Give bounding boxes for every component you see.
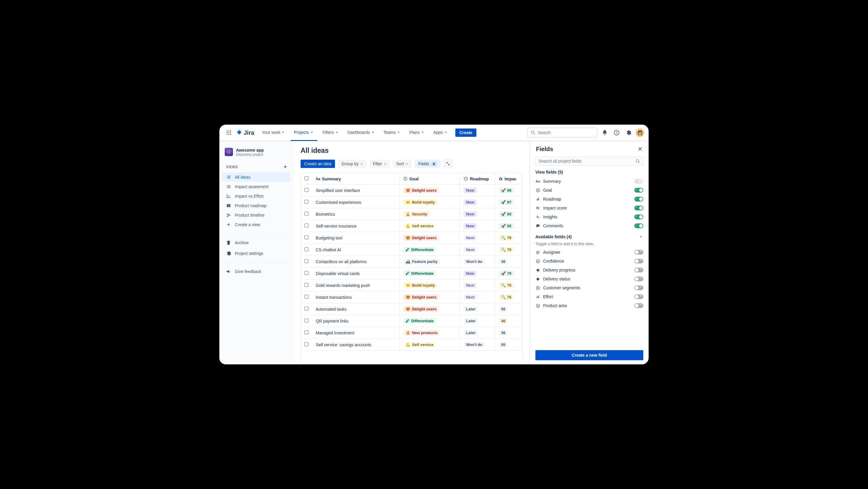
impact-chip[interactable]: 55 xyxy=(499,342,507,347)
table-row[interactable]: Automated tasks Delight users Later 56 xyxy=(301,303,522,315)
summary-cell[interactable]: Biometrics xyxy=(312,208,399,220)
row-checkbox[interactable] xyxy=(305,283,309,287)
fields-search-input[interactable] xyxy=(539,159,633,164)
summary-cell[interactable]: Simplified user interface xyxy=(312,184,399,196)
row-checkbox[interactable] xyxy=(305,224,309,228)
field-toggle[interactable] xyxy=(634,179,643,184)
nav-item-teams[interactable]: Teams xyxy=(381,125,404,141)
table-row[interactable]: Simplified user interface Delight users … xyxy=(301,184,522,196)
summary-cell[interactable]: Automated tasks xyxy=(312,303,399,315)
goal-chip[interactable]: Build loyalty xyxy=(403,199,437,205)
fields-button[interactable]: Fields6 xyxy=(415,160,440,168)
field-toggle[interactable] xyxy=(634,259,643,263)
impact-chip[interactable]: 79 xyxy=(499,270,513,276)
field-toggle[interactable] xyxy=(634,214,643,219)
table-row[interactable]: CS chatbot AI Differentiate Next 70 xyxy=(301,244,522,256)
summary-cell[interactable]: Instant transactions xyxy=(312,291,399,303)
sidebar-view-product-roadmap[interactable]: Product roadmap xyxy=(222,201,290,210)
row-checkbox[interactable] xyxy=(305,235,309,239)
row-checkbox[interactable] xyxy=(305,330,309,335)
field-toggle[interactable] xyxy=(634,268,643,272)
goal-chip[interactable]: Build loyalty xyxy=(403,283,437,288)
row-checkbox[interactable] xyxy=(305,200,309,204)
roadmap-chip[interactable]: Later xyxy=(464,318,478,324)
summary-cell[interactable]: Self service: savings accounts xyxy=(312,339,399,351)
impact-chip[interactable]: 80 xyxy=(499,211,513,217)
sidebar-view-impact-assesment[interactable]: Impact assesment xyxy=(222,182,290,192)
col-roadmap[interactable]: Roadmap xyxy=(470,177,489,181)
roadmap-chip[interactable]: Now xyxy=(464,211,476,217)
sidebar-archive[interactable]: Archive xyxy=(222,238,290,248)
row-checkbox[interactable] xyxy=(305,259,309,263)
project-header[interactable]: 👾 Awesome app Discovery project xyxy=(222,146,290,161)
create-button[interactable]: Create xyxy=(455,128,477,137)
group-by-button[interactable]: Group by+ xyxy=(338,160,366,168)
available-fields-section[interactable]: Available fields (4) xyxy=(535,234,643,239)
field-toggle[interactable] xyxy=(634,197,643,201)
impact-chip[interactable]: 36 xyxy=(499,259,507,264)
table-row[interactable]: Contactless on all platforms Feature par… xyxy=(301,256,522,268)
table-row[interactable]: Gold rewards marketing push Build loyalt… xyxy=(301,280,522,291)
row-checkbox[interactable] xyxy=(305,318,309,322)
sidebar-settings[interactable]: Project settings xyxy=(222,249,290,258)
col-impact[interactable]: Impac xyxy=(504,177,517,181)
row-checkbox[interactable] xyxy=(305,295,309,299)
impact-chip[interactable]: 78 xyxy=(499,235,513,241)
add-view-icon[interactable]: + xyxy=(284,164,287,170)
sidebar-view-create-a-view[interactable]: Create a view xyxy=(222,220,290,229)
impact-chip[interactable]: 98 xyxy=(499,188,513,193)
impact-chip[interactable]: 80 xyxy=(499,223,513,229)
goal-chip[interactable]: Delight users xyxy=(403,235,439,241)
impact-chip[interactable]: 97 xyxy=(499,199,513,205)
nav-item-filters[interactable]: Filters xyxy=(319,125,342,141)
help-icon[interactable]: ? xyxy=(612,128,621,137)
summary-cell[interactable]: Disposable virtual cards xyxy=(312,268,399,280)
user-avatar[interactable]: 👩 xyxy=(636,128,644,137)
impact-chip[interactable]: 36 xyxy=(499,330,507,336)
sort-button[interactable]: Sort+ xyxy=(393,160,412,168)
sidebar-feedback[interactable]: Give feedback xyxy=(222,267,290,276)
goal-chip[interactable]: Self service xyxy=(403,342,436,347)
goal-chip[interactable]: Differentiate xyxy=(403,247,436,253)
summary-cell[interactable]: Managed investment xyxy=(312,327,399,339)
table-row[interactable]: Biometrics Security Now 80 xyxy=(301,208,522,220)
impact-chip[interactable]: 56 xyxy=(499,306,507,312)
table-row[interactable]: Disposable virtual cards Differentiate N… xyxy=(301,268,522,280)
select-all-checkbox[interactable] xyxy=(305,176,309,180)
impact-chip[interactable]: 46 xyxy=(499,318,507,324)
summary-cell[interactable]: Gold rewards marketing push xyxy=(312,280,399,291)
nav-item-plans[interactable]: Plans xyxy=(406,125,428,141)
field-toggle[interactable] xyxy=(634,303,643,308)
sidebar-view-all-ideas[interactable]: All ideas xyxy=(222,172,290,182)
field-toggle[interactable] xyxy=(634,224,643,228)
summary-cell[interactable]: Self-service insurance xyxy=(312,220,399,232)
col-goal[interactable]: Goal xyxy=(409,177,418,181)
roadmap-chip[interactable]: Now xyxy=(464,188,476,193)
roadmap-chip[interactable]: Now xyxy=(464,199,476,205)
field-toggle[interactable] xyxy=(634,206,643,210)
sidebar-view-product-timeline[interactable]: Product timeline xyxy=(222,210,290,220)
table-row[interactable]: Customised experiences Build loyalty Now… xyxy=(301,196,522,208)
roadmap-chip[interactable]: Later xyxy=(464,330,478,336)
global-search[interactable] xyxy=(527,127,598,138)
roadmap-chip[interactable]: Next xyxy=(464,235,477,241)
summary-cell[interactable]: QR payment links xyxy=(312,315,399,327)
table-row[interactable]: QR payment links Differentiate Later 46 xyxy=(301,315,522,327)
filter-button[interactable]: Filter+ xyxy=(369,160,390,168)
table-row[interactable]: Self-service insurance Self service Now … xyxy=(301,220,522,232)
app-switcher-icon[interactable] xyxy=(224,128,234,137)
goal-chip[interactable]: Delight users xyxy=(403,306,439,312)
row-checkbox[interactable] xyxy=(305,271,309,275)
summary-cell[interactable]: Budgeting tool xyxy=(312,232,399,244)
goal-chip[interactable]: Delight users xyxy=(403,294,439,300)
field-toggle[interactable] xyxy=(634,285,643,290)
goal-chip[interactable]: Feature parity xyxy=(403,259,440,264)
goal-chip[interactable]: Differentiate xyxy=(403,270,436,276)
table-row[interactable]: Self service: savings accounts Self serv… xyxy=(301,339,522,351)
field-toggle[interactable] xyxy=(634,188,643,193)
goal-chip[interactable]: Differentiate xyxy=(403,318,436,324)
notifications-icon[interactable] xyxy=(600,128,610,137)
automation-icon[interactable] xyxy=(443,159,453,169)
summary-cell[interactable]: Contactless on all platforms xyxy=(312,256,399,268)
roadmap-chip[interactable]: Won't do xyxy=(464,342,485,347)
